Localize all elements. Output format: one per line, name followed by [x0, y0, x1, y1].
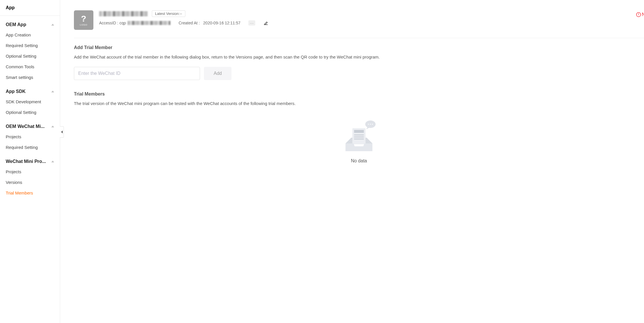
created-at-value: 2020-09-16 12:11:57 — [203, 21, 240, 25]
logo-text: LOGO — [80, 24, 87, 26]
svg-point-4 — [368, 124, 369, 125]
sidebar-item-projects[interactable]: Projects — [0, 166, 60, 177]
sidebar-section-label: OEM WeChat Mi... — [6, 124, 50, 129]
chevron-up-icon — [51, 126, 54, 127]
trial-members-section: Trial Members The trial version of the W… — [74, 92, 644, 175]
sidebar-section-app-sdk: App SDK SDK Development Optional Setting — [0, 83, 60, 118]
sidebar-item-sdk-development[interactable]: SDK Development — [0, 96, 60, 107]
created-at-label: Created At : — [178, 21, 200, 25]
sidebar-section-oem-wechat: OEM WeChat Mi... Projects Required Setti… — [0, 118, 60, 153]
empty-text: No data — [74, 158, 644, 164]
sidebar-section-title-oem-app[interactable]: OEM App — [0, 19, 60, 30]
sidebar-section-title-wechat-mini[interactable]: WeChat Mini Pro... — [0, 155, 60, 166]
trial-members-desc: The trial version of the WeChat mini pro… — [74, 100, 644, 107]
svg-point-6 — [372, 124, 373, 125]
svg-rect-8 — [354, 130, 364, 133]
access-id: AccessID : cqp — [99, 21, 170, 25]
version-tag: Latest Version:-- — [152, 10, 185, 17]
sidebar-item-smart-settings[interactable]: Smart settings — [0, 72, 60, 83]
sidebar-item-common-tools[interactable]: Common Tools — [0, 61, 60, 72]
sidebar-item-required-setting[interactable]: Required Setting — [0, 40, 60, 51]
sidebar-item-app-creation[interactable]: App Creation — [0, 30, 60, 40]
sidebar-section-label: WeChat Mini Pro... — [6, 159, 50, 164]
svg-rect-9 — [354, 135, 364, 135]
access-id-redacted — [127, 21, 170, 25]
sidebar-item-optional-setting-sdk[interactable]: Optional Setting — [0, 107, 60, 118]
logo-question-icon: ? — [81, 14, 86, 23]
edit-icon[interactable] — [263, 20, 268, 26]
add-trial-member-desc: Add the WeChat account of the trial memb… — [74, 54, 644, 61]
sidebar-top-app[interactable]: App — [0, 0, 60, 16]
chevron-up-icon — [51, 161, 54, 162]
add-trial-member-title: Add Trial Member — [74, 45, 644, 50]
created-at: Created At : 2020-09-16 12:11:57 — [178, 21, 240, 25]
sidebar-collapse-handle[interactable] — [60, 126, 64, 138]
alert-icon[interactable]: N — [636, 12, 644, 17]
sidebar-section-wechat-mini: WeChat Mini Pro... Projects Versions Tri… — [0, 153, 60, 198]
chevron-up-icon — [51, 24, 54, 26]
svg-point-5 — [370, 124, 371, 125]
chevron-up-icon — [51, 91, 54, 92]
sidebar-item-projects-oem[interactable]: Projects — [0, 131, 60, 142]
app-name-redacted — [99, 11, 148, 16]
sidebar-item-required-setting-oem[interactable]: Required Setting — [0, 142, 60, 153]
more-icon[interactable]: ··· — [248, 20, 255, 26]
alert-letter: N — [642, 12, 644, 17]
access-id-label: AccessID : — [99, 21, 118, 25]
sidebar-section-title-oem-wechat[interactable]: OEM WeChat Mi... — [0, 120, 60, 131]
sidebar: App OEM App App Creation Required Settin… — [0, 0, 60, 323]
sidebar-item-optional-setting[interactable]: Optional Setting — [0, 51, 60, 61]
sidebar-item-versions[interactable]: Versions — [0, 177, 60, 188]
add-trial-member-section: Add Trial Member Add the WeChat account … — [74, 45, 644, 80]
svg-rect-10 — [354, 137, 364, 137]
app-logo: ? LOGO — [74, 10, 93, 30]
access-id-value: cqp — [119, 21, 126, 25]
svg-rect-11 — [354, 139, 364, 139]
sidebar-section-label: OEM App — [6, 22, 50, 27]
trial-members-title: Trial Members — [74, 92, 644, 97]
svg-point-2 — [639, 15, 639, 16]
add-button[interactable]: Add — [204, 67, 231, 80]
empty-inbox-icon — [340, 119, 378, 154]
app-header: ? LOGO Latest Version:-- AccessID : cqp … — [74, 10, 644, 30]
main-content: ? LOGO Latest Version:-- AccessID : cqp … — [60, 0, 644, 323]
divider — [74, 38, 644, 38]
empty-state: No data — [74, 113, 644, 175]
sidebar-item-trial-members[interactable]: Trial Members — [0, 188, 60, 198]
sidebar-section-title-app-sdk[interactable]: App SDK — [0, 85, 60, 96]
sidebar-section-label: App SDK — [6, 89, 50, 94]
wechat-id-input[interactable] — [74, 67, 200, 80]
sidebar-section-oem-app: OEM App App Creation Required Setting Op… — [0, 16, 60, 83]
